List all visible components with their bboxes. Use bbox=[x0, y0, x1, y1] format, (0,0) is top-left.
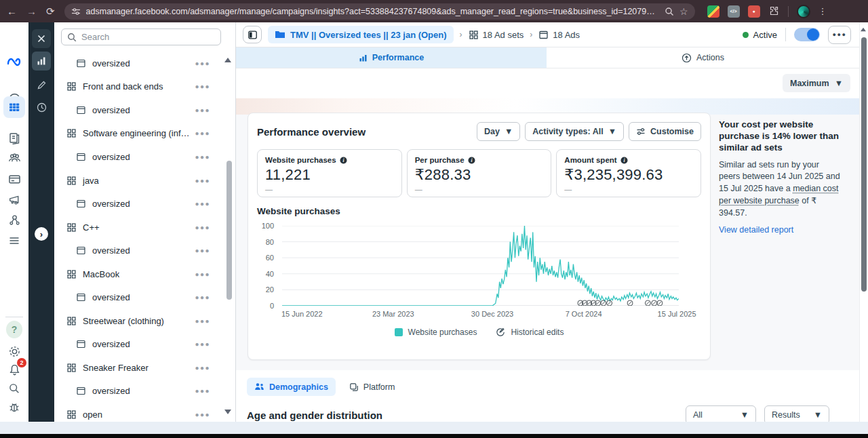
row-label: oversized bbox=[92, 386, 130, 396]
browser-profile-avatar[interactable] bbox=[797, 5, 810, 18]
list-scroll-up-arrow[interactable] bbox=[224, 58, 231, 62]
row-options-icon[interactable]: ●●● bbox=[195, 83, 210, 90]
edit-panel-icon[interactable] bbox=[32, 75, 51, 94]
row-options-icon[interactable]: ●●● bbox=[195, 387, 210, 395]
tab-performance[interactable]: Performance bbox=[236, 47, 547, 68]
breakdown-filter-dropdown[interactable]: All▼ bbox=[686, 405, 756, 422]
row-options-icon[interactable]: ●●● bbox=[195, 106, 210, 114]
search-input[interactable] bbox=[81, 32, 215, 42]
chrome-menu-icon[interactable]: ⋮ bbox=[818, 7, 827, 16]
all-tools-menu-icon[interactable] bbox=[6, 233, 22, 249]
campaigns-icon[interactable] bbox=[6, 99, 22, 115]
breadcrumb-ads[interactable]: 18 Ads bbox=[538, 30, 580, 40]
y-tick-label: 20 bbox=[266, 285, 274, 294]
notifications-bell-icon[interactable]: 2 bbox=[6, 361, 22, 378]
row-options-icon[interactable]: ●●● bbox=[195, 177, 210, 184]
settings-gear-icon[interactable] bbox=[6, 343, 22, 359]
ads-page-icon bbox=[538, 30, 549, 40]
more-options-button[interactable]: ●●● bbox=[828, 26, 851, 44]
browser-reload-icon[interactable]: ⟳ bbox=[46, 6, 55, 16]
page-scroll-up-arrow[interactable] bbox=[861, 28, 866, 32]
ad-page-icon bbox=[76, 386, 86, 396]
red-extension-icon[interactable]: ● bbox=[748, 5, 760, 18]
ad-row[interactable]: oversized ●●● bbox=[54, 285, 222, 309]
campaign-row[interactable]: Software engineering (information t... ●… bbox=[54, 122, 222, 146]
breadcrumb-campaign[interactable]: TMV || Oversized tees || 23 jan (Open) bbox=[268, 26, 454, 43]
breadcrumb-adsets[interactable]: 18 Ad sets bbox=[469, 30, 524, 40]
campaign-row[interactable]: Front and back ends ●●● bbox=[54, 75, 222, 99]
page-scrollbar[interactable] bbox=[859, 22, 868, 422]
row-label: oversized bbox=[92, 292, 130, 302]
breakdown-metric-dropdown[interactable]: Results▼ bbox=[764, 405, 829, 422]
campaign-grid-icon bbox=[66, 269, 77, 279]
bookmark-star-icon[interactable]: ☆ bbox=[679, 6, 688, 17]
row-options-icon[interactable]: ●●● bbox=[195, 317, 210, 325]
meta-logo[interactable] bbox=[6, 54, 22, 70]
campaign-row[interactable]: Sneaker Freaker ●●● bbox=[54, 356, 222, 380]
row-options-icon[interactable]: ●●● bbox=[195, 224, 210, 231]
tab-platform[interactable]: Platform bbox=[349, 382, 395, 392]
row-options-icon[interactable]: ●●● bbox=[195, 411, 210, 418]
row-options-icon[interactable]: ●●● bbox=[195, 130, 210, 137]
list-scroll-down-arrow[interactable] bbox=[224, 410, 231, 414]
billing-icon[interactable] bbox=[6, 171, 22, 187]
tab-demographics[interactable]: Demographics bbox=[247, 378, 336, 396]
day-dropdown[interactable]: Day▼ bbox=[477, 122, 520, 141]
code-extension-icon[interactable]: </> bbox=[728, 5, 740, 18]
info-icon[interactable]: i bbox=[340, 157, 347, 164]
browser-toolbar: ← → ⟳ adsmanager.facebook.com/adsmanager… bbox=[0, 0, 868, 22]
report-bug-icon[interactable] bbox=[6, 399, 22, 415]
campaign-row[interactable]: java ●●● bbox=[54, 169, 222, 193]
ad-row[interactable]: oversized ●●● bbox=[54, 380, 222, 403]
tab-actions[interactable]: Actions bbox=[547, 47, 859, 68]
row-options-icon[interactable]: ●●● bbox=[195, 200, 210, 207]
address-bar[interactable]: adsmanager.facebook.com/adsmanager/manag… bbox=[64, 3, 695, 20]
campaign-row[interactable]: C++ ●●● bbox=[54, 216, 222, 239]
browser-forward-icon[interactable]: → bbox=[26, 6, 37, 16]
audiences-icon[interactable] bbox=[6, 149, 22, 165]
history-panel-icon[interactable] bbox=[32, 98, 51, 117]
row-options-icon[interactable]: ●●● bbox=[195, 294, 210, 301]
search-url-icon[interactable] bbox=[665, 7, 674, 16]
list-scrollbar-thumb[interactable] bbox=[226, 161, 232, 300]
help-icon[interactable]: ? bbox=[6, 321, 22, 338]
rail-search-icon[interactable] bbox=[6, 380, 22, 397]
toggle-sidebar-button[interactable] bbox=[243, 26, 262, 43]
rail-divider bbox=[5, 317, 23, 317]
row-label: oversized bbox=[92, 152, 130, 162]
row-options-icon[interactable]: ●●● bbox=[195, 271, 210, 278]
events-manager-icon[interactable] bbox=[6, 212, 22, 228]
ad-row[interactable]: oversized ●●● bbox=[54, 239, 222, 262]
close-panel-icon[interactable] bbox=[32, 29, 51, 48]
customise-button[interactable]: Customise bbox=[629, 122, 701, 141]
row-options-icon[interactable]: ●●● bbox=[195, 153, 210, 161]
view-detailed-report-link[interactable]: View detailed report bbox=[719, 225, 793, 235]
page-scrollbar-thumb[interactable] bbox=[861, 37, 867, 292]
row-options-icon[interactable]: ●●● bbox=[195, 247, 210, 254]
ads-reporting-icon[interactable] bbox=[6, 130, 22, 146]
campaign-row[interactable]: Streetwear (clothing) ●●● bbox=[54, 309, 222, 333]
photo-extension-icon[interactable] bbox=[707, 5, 719, 18]
metric-mode-dropdown[interactable]: Maximum▼ bbox=[783, 74, 850, 92]
info-icon[interactable]: i bbox=[620, 157, 628, 164]
ad-row[interactable]: oversized ●●● bbox=[54, 333, 222, 357]
puzzle-extensions-icon[interactable] bbox=[768, 5, 780, 17]
active-toggle[interactable] bbox=[794, 28, 820, 41]
row-options-icon[interactable]: ●●● bbox=[195, 364, 210, 372]
browser-back-icon[interactable]: ← bbox=[7, 6, 17, 16]
ad-row[interactable]: oversized ●●● bbox=[54, 145, 222, 169]
row-options-icon[interactable]: ●●● bbox=[195, 340, 210, 348]
campaign-row[interactable]: MacBook ●●● bbox=[54, 262, 222, 286]
ad-row[interactable]: oversized ●●● bbox=[54, 52, 222, 75]
info-icon[interactable]: i bbox=[468, 157, 475, 164]
charts-panel-icon[interactable] bbox=[32, 52, 51, 71]
site-settings-icon[interactable] bbox=[71, 7, 81, 16]
ad-row[interactable]: oversized ●●● bbox=[54, 98, 222, 122]
activity-types-dropdown[interactable]: Activity types: All▼ bbox=[525, 122, 624, 141]
ad-row[interactable]: oversized ●●● bbox=[54, 192, 222, 216]
row-label: oversized bbox=[92, 58, 130, 68]
advertising-settings-icon[interactable] bbox=[6, 191, 22, 207]
row-options-icon[interactable]: ●●● bbox=[195, 60, 210, 67]
expand-panel-icon[interactable]: › bbox=[35, 227, 48, 241]
tree-search-box[interactable] bbox=[61, 28, 221, 45]
